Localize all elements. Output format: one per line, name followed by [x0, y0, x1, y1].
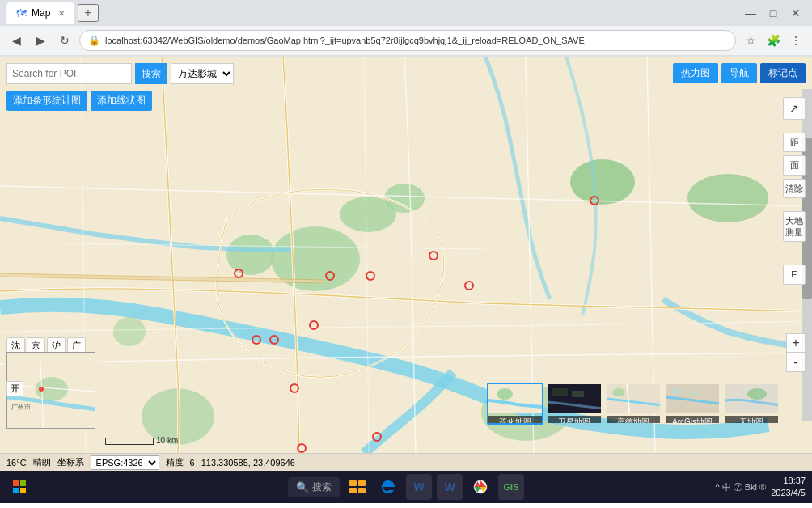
svg-point-13 — [39, 387, 44, 392]
svg-point-4 — [384, 184, 425, 213]
zoom-in-btn[interactable]: + — [786, 333, 806, 353]
svg-rect-27 — [20, 480, 26, 486]
taskbar-center: 🔍 搜索 W W — [288, 474, 524, 500]
taskbar-app-gis[interactable]: GIS — [498, 474, 524, 500]
close-btn[interactable]: ✕ — [786, 3, 806, 23]
tab-close-btn[interactable]: ✕ — [58, 9, 65, 18]
time-display: 18:37 — [771, 475, 806, 487]
date-display: 2023/4/5 — [771, 487, 806, 499]
taskbar-app-word[interactable]: W — [406, 474, 432, 500]
add-line-chart-btn[interactable]: 添加线状图 — [91, 91, 152, 111]
coordinates-text: 113.330585, 23.409646 — [201, 458, 295, 468]
zoom-out-btn[interactable]: - — [786, 353, 806, 372]
taskbar-search[interactable]: 🔍 搜索 — [288, 477, 340, 497]
action-buttons: 添加条形统计图 添加线状图 — [6, 91, 152, 111]
word2-icon: W — [444, 480, 455, 493]
poi-marker-6[interactable] — [590, 196, 599, 205]
map-type-arcgis[interactable]: ArcGis地图 — [664, 383, 721, 425]
geodesic-label[interactable]: 大地测量 — [783, 211, 806, 243]
poi-marker-8[interactable] — [252, 335, 261, 345]
poi-search-input[interactable] — [6, 63, 132, 84]
scale-line — [105, 438, 154, 445]
bookmark-btn[interactable]: ☆ — [741, 31, 760, 50]
weather-label: 晴朗 — [33, 456, 51, 468]
minimize-btn[interactable]: — — [741, 3, 760, 23]
poi-marker-5[interactable] — [464, 281, 474, 290]
accuracy-value: 6 — [190, 458, 195, 468]
poi-marker-2[interactable] — [325, 271, 335, 281]
clear-label[interactable]: 清除 — [783, 179, 806, 198]
poi-marker-1[interactable] — [234, 269, 243, 278]
distance-label[interactable]: 距 — [783, 133, 806, 152]
map-type-light[interactable]: 疏化地图 — [487, 383, 543, 425]
svg-rect-32 — [349, 488, 357, 493]
marker-btn[interactable]: 标记点 — [760, 63, 806, 83]
forward-button[interactable]: ▶ — [31, 31, 50, 50]
taskbar-app-explorer[interactable] — [345, 474, 370, 500]
map-type-selector: 疏化地图 卫星地图 高德地图 — [487, 383, 780, 425]
svg-rect-30 — [349, 480, 357, 486]
navigation-btn[interactable]: 导航 — [721, 63, 757, 83]
reload-button[interactable]: ↻ — [55, 31, 74, 50]
scale-indicator: 10 km — [105, 436, 178, 445]
maximize-btn[interactable]: □ — [763, 3, 783, 23]
map-toolbar: 热力图 导航 标记点 — [673, 63, 806, 83]
location-dropdown[interactable]: 万达影城 — [171, 63, 234, 84]
zoom-controls: + - — [786, 333, 806, 372]
map-type-tianditu[interactable]: 天地图 — [723, 383, 780, 425]
status-bar: 16°C 晴朗 坐标系 EPSG:4326 精度 6 113.330585, 2… — [0, 453, 812, 471]
poi-marker-10[interactable] — [290, 383, 299, 393]
taskbar-app-chrome[interactable] — [467, 474, 493, 500]
gis-icon: GIS — [504, 482, 519, 492]
taskbar-app-edge[interactable] — [375, 474, 401, 500]
map-type-satellite[interactable]: 卫星地图 — [546, 383, 603, 425]
svg-text:广州市: 广州市 — [11, 404, 31, 411]
browser-chrome: 🗺 Map ✕ + — □ ✕ ◀ ▶ ↻ 🔒 localhost:63342/… — [0, 0, 812, 57]
poi-marker-9[interactable] — [269, 335, 279, 345]
poi-marker-3[interactable] — [366, 271, 375, 281]
poi-marker-4[interactable] — [429, 251, 438, 260]
add-bar-chart-btn[interactable]: 添加条形统计图 — [6, 91, 87, 111]
svg-rect-26 — [13, 480, 19, 486]
svg-rect-23 — [690, 391, 698, 396]
extensions-btn[interactable]: 🧩 — [763, 31, 783, 50]
area-label[interactable]: 面 — [783, 155, 806, 175]
right-controls: ↗ 距 面 清除 大地测量 E — [783, 97, 806, 285]
map-type-tianditu-label: 天地图 — [725, 416, 778, 425]
word-icon: W — [413, 480, 424, 493]
map-type-gaode[interactable]: 高德地图 — [605, 383, 662, 425]
scale-text: 10 km — [156, 436, 178, 445]
svg-rect-29 — [20, 488, 26, 493]
tab-label: Map — [32, 7, 50, 19]
start-button[interactable] — [6, 474, 32, 500]
address-bar[interactable]: 🔒 localhost:63342/WebGIS/oldemo/demos/Ga… — [79, 30, 736, 51]
search-button[interactable]: 搜索 — [135, 63, 167, 84]
expand-btn[interactable]: ↗ — [783, 97, 806, 120]
map-type-light-label: 疏化地图 — [488, 416, 542, 425]
lock-icon: 🔒 — [88, 35, 100, 46]
poi-marker-12[interactable] — [297, 443, 307, 453]
poi-marker-7[interactable] — [309, 320, 319, 330]
poi-marker-11[interactable] — [372, 432, 382, 442]
active-tab[interactable]: 🗺 Map ✕ — [6, 2, 74, 24]
taskbar-app-word2[interactable]: W — [437, 474, 463, 500]
taskbar-clock: 18:37 2023/4/5 — [771, 475, 806, 500]
svg-rect-31 — [358, 480, 366, 486]
map-type-arcgis-label: ArcGis地图 — [666, 416, 719, 425]
svg-rect-22 — [672, 388, 682, 395]
tab-favicon: 🗺 — [16, 7, 27, 19]
settings-btn[interactable]: ⋮ — [786, 31, 806, 50]
taskbar-right: ^ 中 ⑦ Bkl ® 18:37 2023/4/5 — [715, 475, 806, 500]
back-button[interactable]: ◀ — [6, 31, 26, 50]
browser-icons: ☆ 🧩 ⋮ — [741, 31, 806, 50]
map-container[interactable]: 搜索 万达影城 热力图 导航 标记点 添加条形统计图 添加线状图 ↗ 距 面 清… — [0, 57, 812, 453]
new-tab-button[interactable]: + — [78, 4, 98, 22]
svg-rect-14 — [488, 384, 542, 413]
svg-rect-28 — [13, 488, 19, 493]
taskbar-search-icon: 🔍 — [296, 481, 309, 493]
map-type-gaode-label: 高德地图 — [607, 416, 660, 425]
svg-rect-17 — [552, 388, 568, 396]
svg-point-25 — [747, 388, 767, 400]
heatmap-btn[interactable]: 热力图 — [673, 63, 718, 83]
crs-select[interactable]: EPSG:4326 — [91, 455, 159, 470]
